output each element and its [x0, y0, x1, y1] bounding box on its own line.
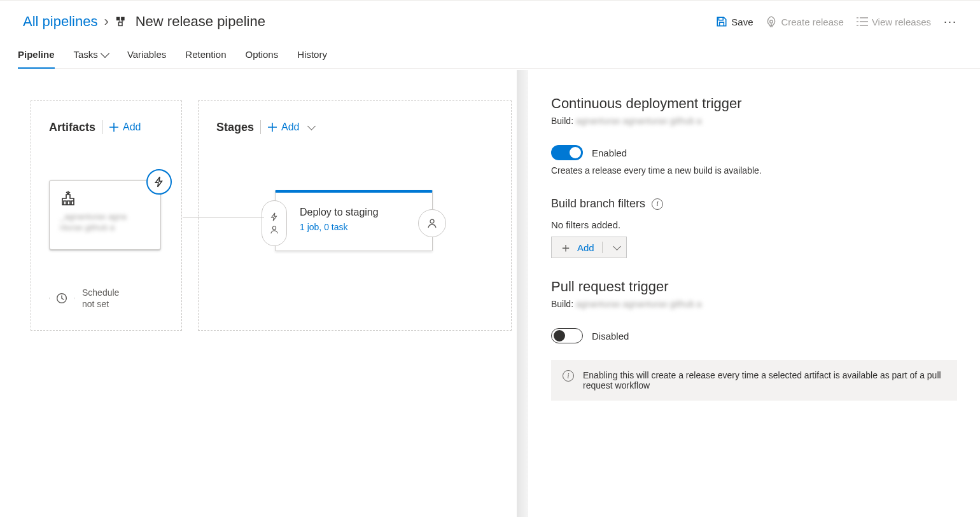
cd-build-label: Build: agnanturax agnanturax github a [551, 116, 957, 126]
cd-trigger-badge[interactable] [146, 169, 172, 195]
more-button[interactable]: ··· [944, 15, 957, 29]
add-stage-button[interactable]: Add [267, 121, 314, 133]
create-release-label: Create release [781, 17, 843, 27]
svg-rect-2 [118, 22, 122, 25]
settings-panel: Continuous deployment trigger Build: agn… [528, 70, 980, 517]
pipeline-canvas: Artifacts Add _agnanturax agna nturax gi… [0, 70, 528, 517]
add-filter-button[interactable]: ＋ Add [551, 237, 627, 258]
build-source-icon [60, 191, 76, 206]
svg-rect-1 [121, 17, 125, 21]
page-title: New release pipeline [136, 13, 265, 30]
stage-jobs-link[interactable]: 1 job, 0 task [300, 222, 394, 232]
pr-toggle[interactable] [551, 328, 583, 343]
tab-tasks-label: Tasks [74, 49, 98, 60]
pr-build-label: Build: agnanturax agnanturax github a [551, 299, 957, 309]
no-filters-text: No filters added. [551, 219, 957, 230]
breadcrumb-separator: › [97, 13, 115, 30]
plus-icon: ＋ [559, 239, 572, 256]
info-icon[interactable]: i [652, 198, 663, 210]
artifact-card[interactable]: _agnanturax agna nturax github a [49, 180, 161, 250]
pr-build-source: agnanturax agnanturax github a [576, 299, 702, 309]
lightning-icon [153, 176, 165, 188]
tabbar: Pipeline Tasks Variables Retention Optio… [18, 41, 980, 69]
pr-info-box: i Enabling this will create a release ev… [551, 360, 957, 401]
tab-history[interactable]: History [297, 41, 327, 68]
connector-line [183, 217, 264, 217]
cd-description: Creates a release every time a new build… [551, 165, 957, 176]
add-stage-label: Add [281, 121, 299, 133]
list-icon [857, 17, 868, 26]
view-releases-label: View releases [872, 17, 931, 27]
stage-name: Deploy to staging [300, 207, 394, 218]
pr-info-text: Enabling this will create a release ever… [583, 370, 946, 390]
create-release-button[interactable]: Create release [766, 16, 843, 27]
pre-deploy-conditions[interactable] [262, 200, 287, 246]
page-header: All pipelines › New release pipeline Sav… [23, 9, 957, 34]
chevron-down-icon [101, 48, 109, 57]
artifact-source-name: _agnanturax agna nturax github a [60, 212, 150, 233]
stages-panel: Stages Add Deploy to staging 1 job, 0 ta… [198, 100, 512, 331]
stages-title: Stages [216, 121, 254, 134]
plus-icon [267, 122, 277, 132]
branch-filters-title: Build branch filters [551, 197, 645, 210]
pr-toggle-label: Disabled [592, 331, 629, 341]
tab-retention[interactable]: Retention [185, 41, 226, 68]
svg-rect-0 [116, 17, 120, 21]
info-icon: i [563, 370, 574, 382]
add-artifact-button[interactable]: Add [109, 121, 141, 133]
chevron-down-icon [613, 242, 621, 251]
pipeline-icon [115, 15, 129, 29]
svg-point-5 [430, 219, 434, 223]
plus-icon [109, 122, 119, 132]
svg-point-4 [272, 226, 276, 230]
chevron-down-icon [307, 122, 316, 130]
cd-toggle-label: Enabled [592, 148, 627, 158]
schedule-hexagon [49, 286, 74, 311]
pr-trigger-title: Pull request trigger [551, 279, 957, 295]
add-artifact-label: Add [123, 121, 141, 133]
cd-build-source: agnanturax agnanturax github a [576, 116, 702, 126]
save-label: Save [731, 17, 753, 27]
schedule-text: Schedule not set [82, 287, 119, 310]
artifacts-panel: Artifacts Add _agnanturax agna nturax gi… [31, 100, 182, 331]
artifacts-title: Artifacts [49, 121, 95, 134]
breadcrumb-root[interactable]: All pipelines [23, 13, 97, 30]
clock-icon [56, 293, 67, 304]
post-deploy-conditions[interactable] [418, 209, 446, 237]
tab-variables[interactable]: Variables [127, 41, 166, 68]
cd-trigger-title: Continuous deployment trigger [551, 95, 957, 112]
schedule-block[interactable]: Schedule not set [49, 286, 119, 311]
tab-tasks[interactable]: Tasks [74, 41, 108, 68]
add-filter-label: Add [577, 242, 594, 253]
lightning-icon [270, 212, 279, 221]
view-releases-button[interactable]: View releases [857, 17, 931, 27]
rocket-icon [766, 16, 777, 27]
user-icon [427, 218, 437, 228]
tab-pipeline[interactable]: Pipeline [18, 41, 55, 68]
save-icon [716, 16, 727, 27]
stage-card[interactable]: Deploy to staging 1 job, 0 task [275, 190, 433, 251]
tab-options[interactable]: Options [246, 41, 279, 68]
cd-toggle[interactable] [551, 145, 583, 160]
add-filter-dropdown[interactable] [603, 245, 626, 251]
user-icon [270, 225, 279, 234]
save-button[interactable]: Save [716, 16, 753, 27]
